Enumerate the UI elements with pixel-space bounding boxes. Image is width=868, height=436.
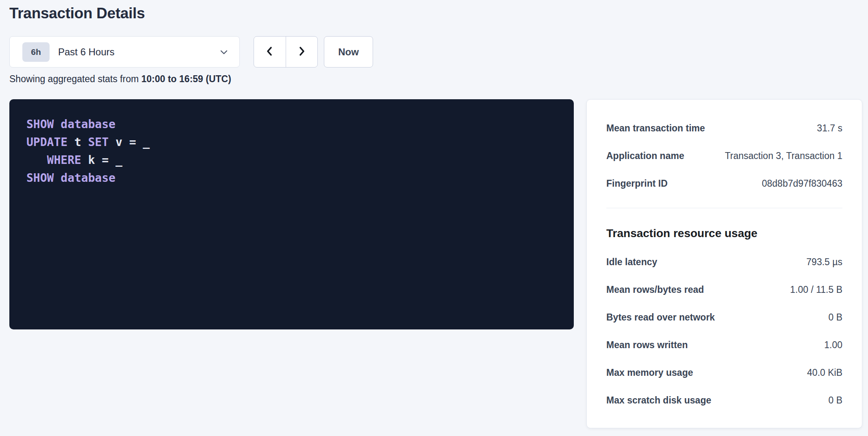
sql-statements-box: SHOW databaseUPDATE t SET v = _ WHERE k … — [9, 99, 574, 329]
detail-row: Mean rows/bytes read1.00 / 11.5 B — [606, 276, 842, 303]
detail-label: Application name — [606, 150, 692, 161]
detail-row: Mean transaction time31.7 s — [606, 114, 842, 142]
detail-label: Fingerprint ID — [606, 178, 676, 189]
detail-value: 08d8b7d97f830463 — [762, 178, 842, 189]
resource-usage-rows: Idle latency793.5 µsMean rows/bytes read… — [606, 248, 842, 414]
sql-keyword: database — [61, 171, 115, 185]
sql-keyword: database — [61, 118, 115, 131]
detail-label: Mean rows written — [606, 340, 696, 351]
time-range-label: Past 6 Hours — [58, 46, 115, 58]
detail-value: 1.00 — [824, 340, 842, 351]
next-window-button[interactable] — [286, 37, 318, 67]
detail-value: 40.0 KiB — [807, 367, 842, 378]
sql-text: t — [67, 135, 88, 149]
code-line: SHOW database — [26, 116, 557, 133]
transaction-details-page: Transaction Details 6h Past 6 Hours — [0, 0, 868, 436]
detail-value: 0 B — [828, 395, 842, 406]
chevron-left-icon — [263, 45, 276, 59]
detail-row: Application nameTransaction 3, Transacti… — [606, 142, 842, 170]
detail-row: Idle latency793.5 µs — [606, 248, 842, 276]
page-title: Transaction Details — [9, 5, 145, 22]
sql-keyword: SHOW — [26, 118, 54, 131]
detail-label: Max memory usage — [606, 367, 701, 378]
aggregated-stats-summary: Showing aggregated stats from 10:00 to 1… — [9, 74, 231, 85]
detail-value: 31.7 s — [817, 123, 842, 134]
code-line: WHERE k = _ — [26, 151, 557, 169]
chevron-right-icon — [295, 45, 308, 59]
summary-rows: Mean transaction time31.7 sApplication n… — [606, 114, 842, 197]
detail-value: 793.5 µs — [806, 257, 842, 268]
sql-keyword: UPDATE — [26, 135, 67, 149]
time-range-badge: 6h — [22, 42, 50, 62]
stats-summary-prefix: Showing aggregated stats from — [9, 74, 141, 84]
stats-summary-range: 10:00 to 16:59 (UTC) — [141, 74, 231, 84]
transaction-summary-card: Mean transaction time31.7 sApplication n… — [586, 99, 862, 428]
sql-text: v = _ — [108, 135, 150, 149]
code-line: UPDATE t SET v = _ — [26, 133, 557, 151]
resource-usage-heading: Transaction resource usage — [606, 226, 842, 241]
code-line: SHOW database — [26, 169, 557, 187]
detail-label: Mean rows/bytes read — [606, 284, 712, 295]
detail-label: Max scratch disk usage — [606, 395, 719, 406]
chevron-down-icon — [219, 47, 229, 57]
detail-row: Max scratch disk usage0 B — [606, 386, 842, 414]
sql-keyword: SET — [88, 135, 109, 149]
prev-window-button[interactable] — [254, 37, 286, 67]
section-divider — [606, 208, 842, 208]
sql-keyword: SHOW — [26, 171, 54, 185]
detail-row: Fingerprint ID08d8b7d97f830463 — [606, 170, 842, 197]
detail-row: Bytes read over network0 B — [606, 303, 842, 331]
detail-row: Max memory usage40.0 KiB — [606, 359, 842, 386]
detail-value: 0 B — [828, 312, 842, 323]
detail-label: Bytes read over network — [606, 312, 723, 323]
detail-row: Mean rows written1.00 — [606, 331, 842, 359]
sql-text: k = _ — [81, 153, 122, 167]
detail-value: Transaction 3, Transaction 1 — [725, 150, 842, 161]
sql-text — [54, 118, 61, 131]
sql-text — [54, 171, 61, 185]
detail-value: 1.00 / 11.5 B — [790, 284, 842, 295]
detail-label: Mean transaction time — [606, 123, 713, 134]
now-button[interactable]: Now — [324, 36, 373, 68]
sql-keyword: WHERE — [47, 153, 81, 167]
detail-label: Idle latency — [606, 257, 665, 268]
sql-text — [26, 153, 47, 167]
time-window-pager — [254, 36, 318, 68]
time-range-select[interactable]: 6h Past 6 Hours — [9, 36, 240, 68]
